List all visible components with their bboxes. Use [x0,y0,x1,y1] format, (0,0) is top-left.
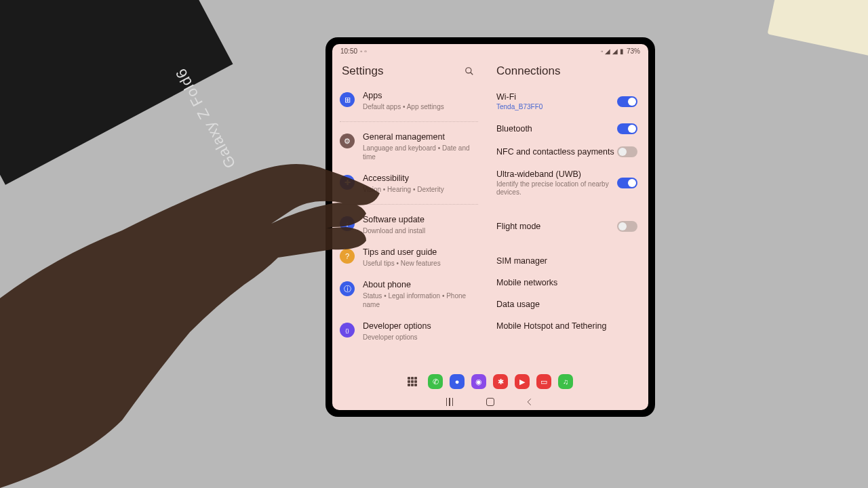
settings-item-general[interactable]: ⚙ General management Language and keyboa… [338,126,480,167]
flight-label: Flight mode [496,222,617,231]
update-icon: ↓ [340,216,355,231]
settings-item-label: General management [363,132,478,142]
dock-app-6[interactable]: ▭ [536,374,551,389]
product-box-bg: Galaxy Z Fold6 [0,0,233,185]
wifi-network: Tenda_B73FF0 [496,103,617,111]
wifi-toggle[interactable] [617,96,637,107]
wifi-item[interactable]: Wi-Fi Tenda_B73FF0 [496,86,637,117]
settings-item-label: Apps [363,91,478,101]
dock-app-youtube[interactable]: ▶ [515,374,530,389]
divider [340,121,478,122]
sim-label: SIM manager [496,256,547,266]
settings-item-accessibility[interactable]: ✚ Accessibility Vision • Hearing • Dexte… [338,167,480,200]
settings-item-label: Accessibility [363,174,478,184]
divider [340,204,478,205]
settings-list[interactable]: ⊞ Apps Default apps • App settings ⚙ Gen… [332,85,486,369]
settings-pane: Settings ⊞ Apps Default apps • App setti… [332,58,486,369]
connections-title: Connections [491,58,643,85]
settings-item-sub: Useful tips • New features [363,259,478,268]
dock-app-messages[interactable]: ● [450,374,465,389]
settings-item-software-update[interactable]: ↓ Software update Download and install [338,209,480,241]
wifi-label: Wi-Fi [496,92,617,102]
data-usage-item[interactable]: Data usage [496,293,637,315]
about-icon: ⓘ [340,281,355,296]
search-icon [465,66,474,76]
nav-back-button[interactable] [524,396,535,407]
nav-bar [332,394,648,410]
nfc-toggle[interactable] [617,146,637,157]
general-icon: ⚙ [340,134,355,148]
bluetooth-item[interactable]: Bluetooth [496,117,637,140]
settings-title: Settings [342,64,383,78]
status-battery: 73% [627,47,640,55]
settings-item-sub: Default apps • App settings [363,102,478,111]
keyboard-bg [768,0,868,60]
settings-item-label: Tips and user guide [363,247,478,258]
flight-toggle[interactable] [617,221,637,232]
developer-icon: {} [340,323,355,338]
status-time: 10:50 [340,47,357,55]
bluetooth-label: Bluetooth [496,124,617,134]
sim-manager-item[interactable]: SIM manager [496,250,637,272]
search-button[interactable] [462,64,476,78]
mobile-networks-item[interactable]: Mobile networks [496,272,637,293]
tablet-frame: 10:50 ◦ ▫ ◦ ◢ ◢ ▮ 73% Settings ⊞ [326,37,655,417]
settings-item-sub: Download and install [363,226,478,235]
app-drawer-button[interactable] [408,377,417,386]
uwb-label: Ultra-wideband (UWB) [496,169,617,179]
nfc-label: NFC and contactless payments [496,147,617,157]
nfc-item[interactable]: NFC and contactless payments [496,140,637,163]
accessibility-icon: ✚ [340,175,355,190]
settings-item-label: Software update [363,215,478,225]
screen: 10:50 ◦ ▫ ◦ ◢ ◢ ▮ 73% Settings ⊞ [332,44,648,410]
dock-app-spotify[interactable]: ♫ [558,374,573,389]
settings-item-sub: Status • Legal information • Phone name [363,291,478,309]
svg-line-1 [471,73,473,75]
settings-item-apps[interactable]: ⊞ Apps Default apps • App settings [338,85,480,117]
status-bar: 10:50 ◦ ▫ ◦ ◢ ◢ ▮ 73% [332,44,648,58]
settings-item-tips[interactable]: ? Tips and user guide Useful tips • New … [338,241,480,274]
status-icons-left: ◦ ▫ [360,47,367,55]
status-signal-icons: ◦ ◢ ◢ ▮ [601,47,624,55]
flight-mode-item[interactable]: Flight mode [496,215,637,238]
uwb-item[interactable]: Ultra-wideband (UWB) Identify the precis… [496,163,637,203]
dock-app-phone[interactable]: ✆ [428,374,443,389]
hotspot-label: Mobile Hotspot and Tethering [496,321,606,331]
svg-point-0 [466,68,471,73]
chevron-left-icon [525,397,534,407]
apps-icon: ⊞ [340,92,355,107]
settings-item-label: Developer options [363,321,478,331]
settings-item-developer[interactable]: {} Developer options Developer options [338,315,480,348]
data-label: Data usage [496,300,540,309]
connections-pane[interactable]: Connections Wi-Fi Tenda_B73FF0 Bluetooth [486,58,648,369]
uwb-toggle[interactable] [617,178,637,188]
dock-app-3[interactable]: ◉ [471,374,486,389]
hotspot-item[interactable]: Mobile Hotspot and Tethering [496,315,637,337]
uwb-desc: Identify the precise location of nearby … [496,180,617,197]
nav-recents-button[interactable] [446,396,456,407]
settings-item-sub: Language and keyboard • Date and time [363,144,478,161]
nav-home-button[interactable] [485,396,496,407]
settings-item-sub: Developer options [363,333,478,342]
settings-item-label: About phone [363,280,478,290]
tips-icon: ? [340,249,355,264]
settings-item-about-phone[interactable]: ⓘ About phone Status • Legal information… [338,274,480,315]
mobile-label: Mobile networks [496,278,557,287]
dock-app-4[interactable]: ✱ [493,374,508,389]
product-box-label: Galaxy Z Fold6 [172,65,239,171]
dock: ✆ ● ◉ ✱ ▶ ▭ ♫ [332,369,648,394]
bluetooth-toggle[interactable] [617,123,637,134]
settings-item-sub: Vision • Hearing • Dexterity [363,185,478,194]
